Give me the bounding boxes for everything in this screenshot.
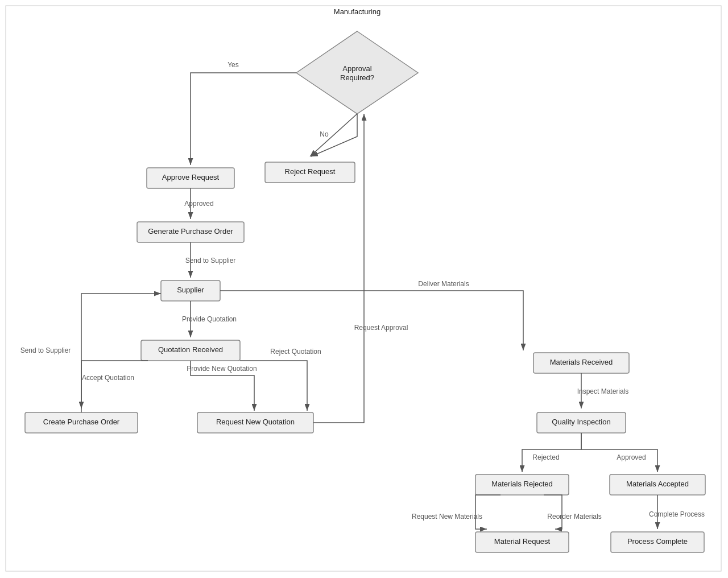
request-new-materials-arrow — [475, 495, 500, 529]
deliver-materials-label: Deliver Materials — [418, 280, 469, 288]
yes-label: Yes — [228, 61, 239, 69]
reorder-materials-arrow — [544, 495, 562, 529]
accept-quotation-label: Accept Quotation — [82, 374, 134, 382]
approval-required-label2: Required? — [340, 73, 374, 82]
quality-inspection-label: Quality Inspection — [552, 418, 610, 426]
approval-required-label: Approval — [342, 64, 371, 73]
material-request-label: Material Request — [494, 537, 551, 546]
flowchart: Manufacturing Approval Required? Yes App… — [0, 0, 728, 578]
approved2-arrow — [581, 433, 657, 472]
yes-arrow — [191, 73, 296, 165]
reject-quotation-label: Reject Quotation — [270, 348, 321, 356]
no-label: No — [320, 130, 329, 138]
approved-label: Approved — [184, 200, 213, 208]
supplier-label: Supplier — [177, 286, 204, 294]
no-branch-arrow — [310, 114, 357, 156]
materials-received-label: Materials Received — [550, 358, 613, 366]
request-new-materials-label: Request New Materials — [412, 513, 482, 521]
approved2-label: Approved — [617, 453, 646, 461]
reorder-materials-label: Reorder Materials — [547, 513, 601, 521]
quotation-received-label: Quotation Received — [158, 345, 223, 354]
send-supplier-label: Send to Supplier — [185, 257, 236, 265]
complete-process-label: Complete Process — [649, 510, 705, 518]
inspect-materials-label: Inspect Materials — [577, 387, 629, 395]
materials-accepted-label: Materials Accepted — [626, 480, 689, 488]
generate-po-label: Generate Purchase Order — [148, 227, 233, 236]
request-new-quotation-label: Request New Quotation — [216, 418, 295, 426]
request-approval-label: Request Approval — [354, 324, 408, 332]
diagram-title: Manufacturing — [334, 7, 380, 16]
diagram-container: Manufacturing Approval Required? Yes App… — [0, 0, 728, 578]
materials-rejected-label: Materials Rejected — [491, 480, 553, 488]
create-po-label: Create Purchase Order — [43, 418, 120, 426]
reject-request-label: Reject Request — [285, 167, 336, 176]
provide-quotation-label: Provide Quotation — [182, 315, 237, 323]
process-complete-label: Process Complete — [627, 537, 688, 546]
deliver-materials-arrow — [220, 291, 523, 350]
rejected-label: Rejected — [532, 453, 559, 461]
send-supplier-back-label: Send to Supplier — [20, 346, 71, 354]
accept-quotation-arrow — [81, 361, 148, 408]
approve-request-label: Approve Request — [162, 173, 220, 181]
request-approval-arrow — [313, 114, 364, 423]
rejected-arrow — [522, 433, 581, 472]
provide-new-quotation-label: Provide New Quotation — [187, 365, 257, 373]
